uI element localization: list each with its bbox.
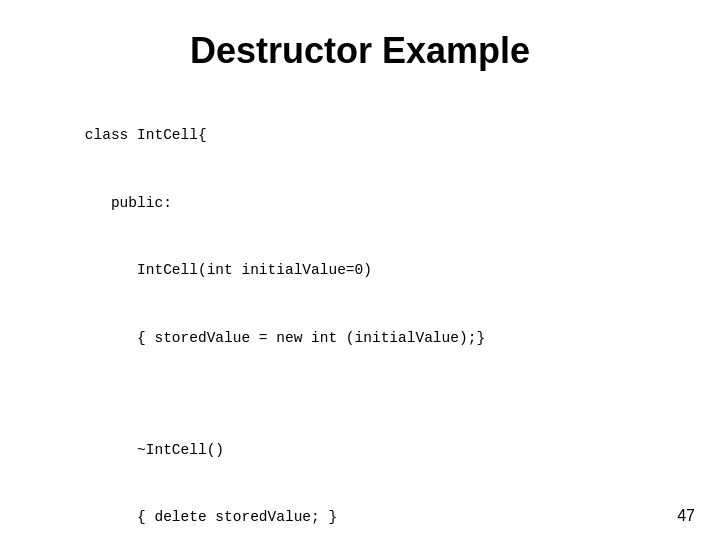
code-line-1: class IntCell{ xyxy=(85,127,207,143)
slide-title: Destructor Example xyxy=(50,30,670,72)
code-line-3: IntCell(int initialValue=0) xyxy=(85,262,372,278)
code-line-2: public: xyxy=(85,195,172,211)
code-block: class IntCell{ public: IntCell(int initi… xyxy=(50,102,670,540)
slide-number: 47 xyxy=(677,507,695,525)
code-line-6: { delete storedValue; } xyxy=(85,509,337,525)
code-line-4: { storedValue = new int (initialValue);} xyxy=(85,330,485,346)
code-line-5: ~IntCell() xyxy=(85,442,224,458)
slide-container: Destructor Example class IntCell{ public… xyxy=(0,0,720,540)
